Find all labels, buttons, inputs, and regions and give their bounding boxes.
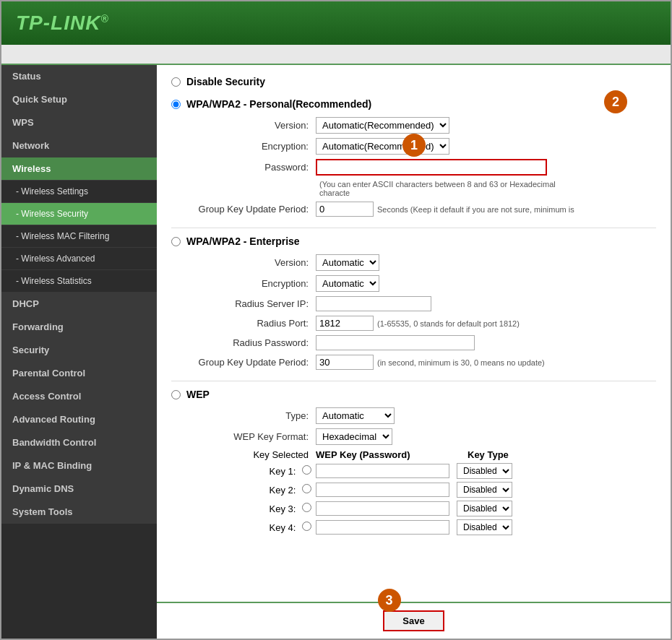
ent-group-key-label: Group Key Update Period:	[186, 357, 316, 368]
ent-encryption-label: Encryption:	[186, 278, 316, 289]
tab-bar	[1, 45, 671, 65]
wep-option: WEP Type: Automatic Open System Shared K…	[171, 389, 656, 535]
key-1-type-select[interactable]: Disabled 64-bit 128-bit 152-bit	[457, 463, 512, 479]
disable-security-option: Disable Security	[171, 76, 656, 87]
sidebar-item-wireless-mac[interactable]: - Wireless MAC Filtering	[1, 225, 157, 248]
wep-format-label: WEP Key Format:	[186, 431, 316, 442]
key-1-input[interactable]	[316, 464, 449, 478]
password-hint: (You can enter ASCII characters between …	[319, 180, 572, 197]
key-3-input[interactable]	[316, 501, 449, 516]
sidebar-item-wireless[interactable]: Wireless	[1, 157, 157, 181]
step-badge-3: 3	[378, 589, 401, 612]
key-2-radio[interactable]	[302, 484, 311, 493]
wep-format-row: WEP Key Format: Hexadecimal ASCII	[186, 428, 656, 445]
wep-key-3-row: Key 3: Disabled 64-bit 128-bit 152-bit	[186, 501, 656, 516]
key-4-input[interactable]	[316, 520, 449, 535]
encryption-label: Encryption:	[186, 141, 316, 152]
radius-password-input[interactable]	[316, 335, 475, 350]
radius-server-input[interactable]	[316, 296, 431, 311]
wpa-enterprise-label[interactable]: WPA/WPA2 - Enterprise	[186, 235, 300, 247]
sidebar-item-dhcp[interactable]: DHCP	[1, 293, 157, 316]
wep-type-row: Type: Automatic Open System Shared Key	[186, 407, 656, 424]
logo-text: TP-LINK	[16, 12, 100, 34]
key-2-label: Key 2:	[186, 484, 316, 496]
sidebar-item-wps[interactable]: WPS	[1, 111, 157, 134]
personal-group-hint: Seconds (Keep it default if you are not …	[377, 205, 574, 214]
key-3-radio[interactable]	[302, 503, 311, 512]
sidebar: Status Quick Setup WPS Network Wireless …	[1, 65, 157, 639]
bottom-bar: 3 Save	[157, 602, 671, 639]
wep-radio[interactable]	[171, 390, 181, 399]
wpa-personal-radio[interactable]	[171, 100, 181, 109]
key-2-input[interactable]	[316, 483, 449, 497]
key-selected-header: Key Selected	[186, 449, 316, 460]
disable-security-radio[interactable]	[171, 77, 181, 87]
key-type-col-header: Key Type	[468, 449, 554, 460]
sidebar-item-wireless-settings[interactable]: - Wireless Settings	[1, 181, 157, 203]
sidebar-item-parental[interactable]: Parental Control	[1, 362, 157, 385]
sidebar-item-system-tools[interactable]: System Tools	[1, 501, 157, 524]
wpa-personal-form: Version: Automatic(Recommended) WPA WPA2…	[186, 117, 656, 217]
save-button[interactable]: Save	[383, 610, 444, 631]
personal-version-select[interactable]: Automatic(Recommended) WPA WPA2	[316, 117, 449, 134]
password-label: Password:	[186, 162, 316, 173]
sidebar-item-wireless-stats[interactable]: - Wireless Statistics	[1, 270, 157, 293]
wep-type-select[interactable]: Automatic Open System Shared Key	[316, 407, 395, 424]
sidebar-item-status[interactable]: Status	[1, 65, 157, 88]
sidebar-item-wireless-advanced[interactable]: - Wireless Advanced	[1, 248, 157, 270]
ent-group-key-input[interactable]	[316, 355, 374, 370]
key-2-type-select[interactable]: Disabled 64-bit 128-bit 152-bit	[457, 482, 512, 498]
wpa-enterprise-radio[interactable]	[171, 237, 181, 246]
personal-encryption-select[interactable]: Automatic(Recommended) TKIP AES	[316, 138, 449, 155]
sidebar-item-wireless-security[interactable]: - Wireless Security	[1, 203, 157, 225]
enterprise-encryption-select[interactable]: Automatic TKIP AES	[316, 275, 379, 292]
sidebar-item-advanced-routing[interactable]: Advanced Routing	[1, 408, 157, 431]
wpa-enterprise-option: WPA/WPA2 - Enterprise Version: Automatic…	[171, 235, 656, 370]
wep-keys-header: Key Selected WEP Key (Password) Key Type	[186, 449, 656, 460]
key-4-radio[interactable]	[302, 522, 311, 531]
personal-group-key-input[interactable]	[316, 202, 374, 217]
sidebar-item-forwarding[interactable]: Forwarding	[1, 316, 157, 339]
sidebar-item-access-control[interactable]: Access Control	[1, 385, 157, 408]
radius-server-label: Radius Server IP:	[186, 298, 316, 309]
wpa-personal-label[interactable]: WPA/WPA2 - Personal(Recommended)	[186, 98, 371, 110]
password-hint-row: (You can enter ASCII characters between …	[186, 180, 656, 197]
radius-password-row: Radius Password:	[186, 335, 656, 350]
disable-security-label[interactable]: Disable Security	[186, 76, 265, 87]
key-4-type-select[interactable]: Disabled 64-bit 128-bit 152-bit	[457, 519, 512, 535]
radius-server-row: Radius Server IP:	[186, 296, 656, 311]
key-4-label: Key 4:	[186, 522, 316, 533]
group-key-label: Group Key Update Period:	[186, 204, 316, 215]
enterprise-version-select[interactable]: Automatic WPA WPA2	[316, 254, 379, 271]
sidebar-item-ip-mac[interactable]: IP & MAC Binding	[1, 454, 157, 477]
password-row: Password:	[186, 159, 656, 176]
radius-port-label: Radius Port:	[186, 318, 316, 329]
sidebar-item-dynamic-dns[interactable]: Dynamic DNS	[1, 477, 157, 501]
key-1-radio[interactable]	[302, 465, 311, 475]
key-3-type-select[interactable]: Disabled 64-bit 128-bit 152-bit	[457, 501, 512, 516]
key-3-label: Key 3:	[186, 503, 316, 514]
wep-key-4-row: Key 4: Disabled 64-bit 128-bit 152-bit	[186, 519, 656, 535]
password-input[interactable]	[316, 159, 547, 176]
sidebar-item-network[interactable]: Network	[1, 134, 157, 157]
wep-label[interactable]: WEP	[186, 389, 210, 400]
header: TP-LINK®	[1, 1, 671, 45]
ent-group-hint: (in second, minimum is 30, 0 means no up…	[377, 358, 545, 367]
sidebar-item-security[interactable]: Security	[1, 339, 157, 362]
wep-key-col-header: WEP Key (Password)	[316, 449, 460, 460]
sidebar-item-quick-setup[interactable]: Quick Setup	[1, 88, 157, 111]
radius-port-row: Radius Port: (1-65535, 0 stands for defa…	[186, 316, 656, 331]
logo: TP-LINK®	[16, 12, 109, 35]
radius-port-input[interactable]	[316, 316, 374, 331]
group-key-row: Group Key Update Period: Seconds (Keep i…	[186, 202, 656, 217]
sidebar-item-bandwidth[interactable]: Bandwidth Control	[1, 431, 157, 454]
step-badge-1: 1	[402, 134, 426, 157]
wep-format-select[interactable]: Hexadecimal ASCII	[316, 428, 392, 445]
step-badge-2: 2	[604, 90, 627, 113]
wep-key-2-row: Key 2: Disabled 64-bit 128-bit 152-bit	[186, 482, 656, 498]
main-area: Status Quick Setup WPS Network Wireless …	[1, 65, 671, 639]
wpa-enterprise-form: Version: Automatic WPA WPA2 Encryption: …	[186, 254, 656, 370]
ent-version-label: Version:	[186, 257, 316, 268]
ent-version-row: Version: Automatic WPA WPA2	[186, 254, 656, 271]
radius-port-hint: (1-65535, 0 stands for default port 1812…	[377, 319, 520, 328]
